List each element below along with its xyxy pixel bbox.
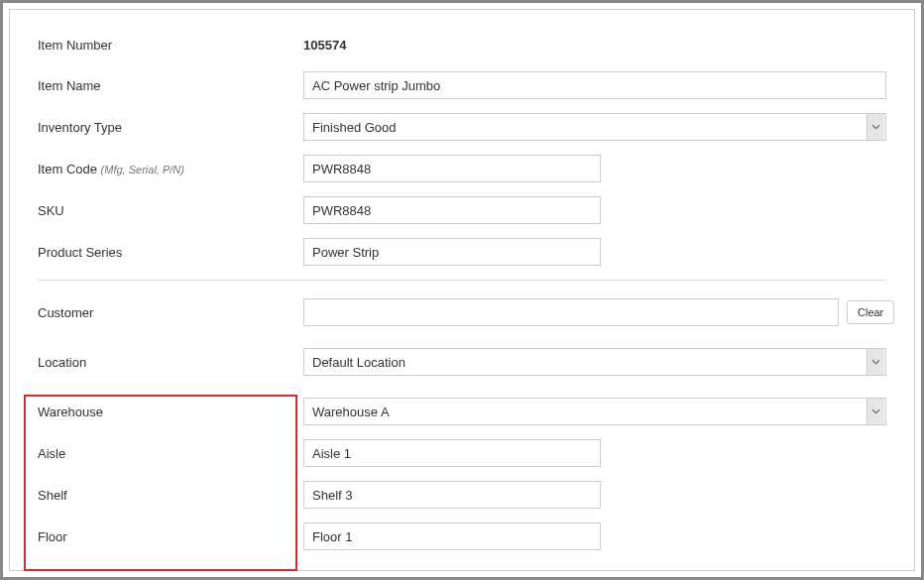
input-floor[interactable] [303,522,601,550]
input-aisle[interactable] [303,439,601,467]
select-location-value: Default Location [312,355,866,370]
row-location: Location Default Location [38,348,886,376]
select-inventory-type[interactable]: Finished Good [303,113,886,141]
label-item-code: Item Code (Mfg, Serial, P/N) [38,162,303,176]
label-sku: SKU [38,203,303,218]
input-sku[interactable] [303,196,601,224]
input-customer[interactable] [303,298,839,326]
select-warehouse-value: Warehouse A [312,405,866,419]
select-warehouse[interactable]: Warehouse A [303,398,886,425]
row-sku: SKU [38,196,886,224]
input-item-name[interactable] [303,71,886,99]
select-location[interactable]: Default Location [303,348,886,376]
label-warehouse: Warehouse [38,405,303,419]
label-aisle: Aisle [38,446,303,461]
label-product-series: Product Series [38,245,303,260]
value-item-number: 105574 [303,38,346,53]
row-item-code: Item Code (Mfg, Serial, P/N) [38,155,886,182]
chevron-down-icon [866,399,884,424]
input-item-code[interactable] [303,155,601,182]
label-item-number: Item Number [38,38,303,53]
chevron-down-icon [866,114,884,140]
label-shelf: Shelf [38,488,303,503]
row-aisle: Aisle [38,439,886,467]
row-shelf: Shelf [38,481,886,509]
label-customer: Customer [38,305,303,320]
row-customer: Customer Clear [38,298,886,326]
chevron-down-icon [866,349,884,375]
label-item-name: Item Name [38,78,303,93]
form-panel: Item Number 105574 Item Name Inventory T… [9,9,915,571]
label-floor: Floor [38,529,303,544]
row-floor: Floor [38,522,886,550]
row-product-series: Product Series [38,238,886,266]
row-item-number: Item Number 105574 [38,32,886,58]
input-product-series[interactable] [303,238,601,266]
clear-button[interactable]: Clear [847,300,894,324]
label-item-code-text: Item Code [38,162,97,176]
row-item-name: Item Name [38,71,886,99]
label-location: Location [38,355,303,370]
select-inventory-type-value: Finished Good [312,120,866,135]
window-frame: Item Number 105574 Item Name Inventory T… [0,0,924,580]
input-shelf[interactable] [303,481,601,509]
row-inventory-type: Inventory Type Finished Good [38,113,886,141]
label-inventory-type: Inventory Type [38,120,303,135]
row-warehouse: Warehouse Warehouse A [38,398,886,425]
label-item-code-hint: (Mfg, Serial, P/N) [101,164,184,175]
section-divider [38,280,886,281]
